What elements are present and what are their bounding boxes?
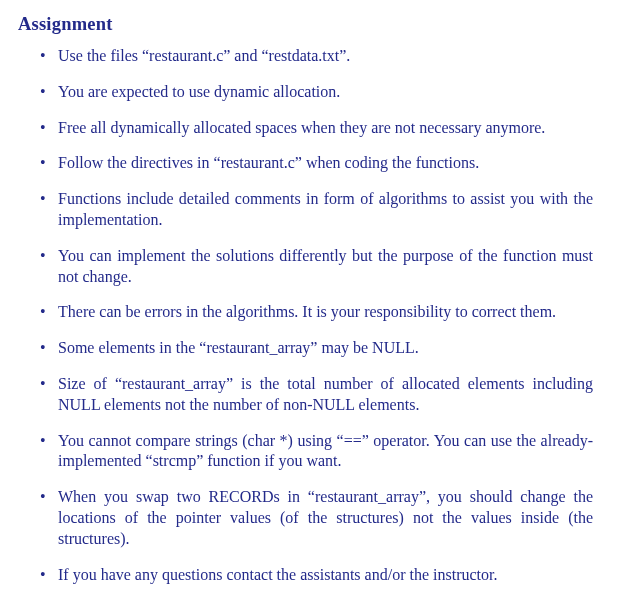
- list-item: You can implement the solutions differen…: [58, 246, 593, 288]
- list-item: You cannot compare strings (char *) usin…: [58, 431, 593, 473]
- assignment-list: Use the files “restaurant.c” and “restda…: [18, 46, 593, 585]
- list-item: Free all dynamically allocated spaces wh…: [58, 118, 593, 139]
- list-item: You are expected to use dynamic allocati…: [58, 82, 593, 103]
- list-item: If you have any questions contact the as…: [58, 565, 593, 586]
- list-item: Functions include detailed comments in f…: [58, 189, 593, 231]
- list-item: There can be errors in the algorithms. I…: [58, 302, 593, 323]
- list-item: Use the files “restaurant.c” and “restda…: [58, 46, 593, 67]
- list-item: Follow the directives in “restaurant.c” …: [58, 153, 593, 174]
- list-item: When you swap two RECORDs in “restaurant…: [58, 487, 593, 549]
- list-item: Size of “restaurant_array” is the total …: [58, 374, 593, 416]
- section-heading: Assignment: [18, 12, 593, 36]
- list-item: Some elements in the “restaurant_array” …: [58, 338, 593, 359]
